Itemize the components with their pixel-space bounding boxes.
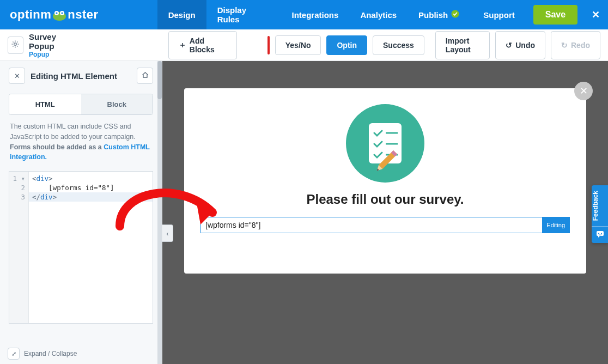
svg-point-6 <box>14 43 17 45</box>
add-blocks-label: Add Blocks <box>190 37 227 54</box>
close-editor-button[interactable]: ✕ <box>583 9 608 21</box>
close-icon: ✕ <box>592 9 600 20</box>
nav-analytics[interactable]: Analytics <box>349 0 408 29</box>
editing-badge: Editing <box>542 217 569 233</box>
step-divider <box>267 36 270 54</box>
feedback-tab[interactable]: Feedback <box>592 185 608 243</box>
brand-text-2: nster <box>68 8 98 22</box>
popup-html-content: [wpforms id="8"] <box>205 221 260 229</box>
tab-html[interactable]: HTML <box>9 94 81 114</box>
panel-help-text: The custom HTML can include CSS and Java… <box>0 122 162 162</box>
panel-tabs: HTML Block <box>9 94 153 115</box>
fold-icon: ▾ <box>21 174 25 183</box>
panel-title: Editing HTML Element <box>31 71 131 81</box>
import-layout-button[interactable]: Import Layout <box>435 31 490 59</box>
popup-html-element[interactable]: [wpforms id="8"] Editing <box>200 217 570 233</box>
collapse-sidebar-handle[interactable]: ‹ <box>162 225 173 242</box>
undo-button[interactable]: ↺ Undo <box>495 31 545 59</box>
chat-icon <box>592 226 608 243</box>
campaign-settings-button[interactable] <box>8 37 23 54</box>
preview-canvas: ‹ ✕ Please fill out our survey. <box>162 61 608 364</box>
svg-point-3 <box>56 12 58 14</box>
home-icon <box>142 71 149 80</box>
svg-point-19 <box>598 233 599 234</box>
step-optin-button[interactable]: Optin <box>326 35 367 55</box>
campaign-summary: Survey Popup Popup <box>8 32 78 58</box>
sidebar-scrollbar[interactable] <box>157 61 162 364</box>
support-link[interactable]: Support <box>470 10 528 20</box>
settings-sidebar: ✕ Editing HTML Element HTML Block The cu… <box>0 61 162 364</box>
svg-point-5 <box>452 10 459 18</box>
brand-text-1: optinm <box>10 8 51 22</box>
chevron-left-icon: ‹ <box>166 229 168 238</box>
expand-icon: ⤢ <box>8 348 20 360</box>
popup-headline[interactable]: Please fill out our survey. <box>200 192 570 207</box>
gear-icon <box>11 40 20 51</box>
popup-preview: ✕ Please fill out our survey. [wpforms i… <box>184 88 586 274</box>
popup-close-button[interactable]: ✕ <box>574 82 593 100</box>
expand-label: Expand / Collapse <box>24 350 77 357</box>
campaign-type[interactable]: Popup <box>29 51 78 58</box>
undo-label: Undo <box>515 41 535 50</box>
save-button[interactable]: Save <box>533 5 577 25</box>
campaign-title: Survey Popup <box>29 32 78 51</box>
nav-publish-label: Publish <box>418 10 448 20</box>
svg-point-4 <box>62 12 63 14</box>
tab-block[interactable]: Block <box>81 94 153 114</box>
main-area: ✕ Editing HTML Element HTML Block The cu… <box>0 61 608 364</box>
nav-publish[interactable]: Publish <box>408 0 470 29</box>
close-icon: ✕ <box>14 72 20 80</box>
step-yesno-button[interactable]: Yes/No <box>275 35 321 55</box>
redo-button[interactable]: ↻ Redo <box>551 31 600 59</box>
survey-checklist-icon <box>344 102 426 184</box>
expand-collapse-toggle[interactable]: ⤢ Expand / Collapse <box>8 348 77 360</box>
feedback-label: Feedback <box>592 185 599 226</box>
brand-mascot-icon <box>52 9 66 21</box>
step-success-button[interactable]: Success <box>373 35 424 55</box>
brand-logo[interactable]: optinm nster <box>0 8 108 22</box>
main-nav: Design Display Rules Integrations Analyt… <box>157 0 471 29</box>
plus-icon: ＋ <box>179 40 186 50</box>
redo-label: Redo <box>571 41 590 50</box>
code-content: <div> [wpforms id="8"] </div> <box>29 172 153 204</box>
toolbar: Survey Popup Popup ＋ Add Blocks Yes/No O… <box>0 29 608 61</box>
nav-display-rules[interactable]: Display Rules <box>206 0 281 29</box>
nav-integrations[interactable]: Integrations <box>281 0 350 29</box>
html-code-editor[interactable]: 1 ▾ 2 3 <div> [wpforms id="8"] </div> <box>9 171 153 324</box>
svg-point-20 <box>601 233 602 234</box>
top-nav: optinm nster Design Display Rules Integr… <box>0 0 608 29</box>
add-blocks-button[interactable]: ＋ Add Blocks <box>168 31 237 59</box>
close-icon: ✕ <box>580 85 588 97</box>
panel-home-button[interactable] <box>137 68 153 84</box>
undo-icon: ↺ <box>506 41 512 50</box>
panel-back-button[interactable]: ✕ <box>9 68 25 84</box>
nav-design[interactable]: Design <box>157 0 206 29</box>
redo-icon: ↻ <box>561 41 568 50</box>
code-gutter: 1 ▾ 2 3 <box>9 172 29 323</box>
checkmark-badge-icon <box>451 10 459 20</box>
